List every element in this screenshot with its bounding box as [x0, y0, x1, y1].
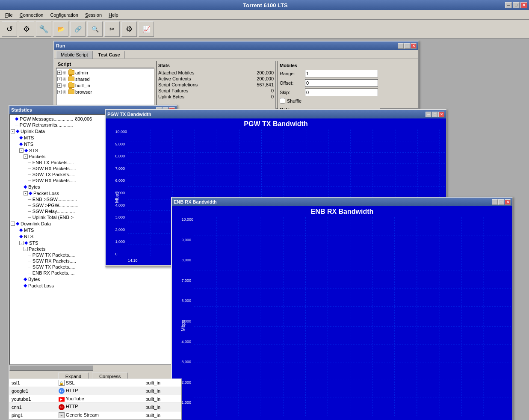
protocol-table: ssl1 🔒 SSL built_in google1 G HTTP built… — [9, 379, 181, 420]
toolbar: ↺ ⚙ 🔧 📂 🔗 🔍 ✂ ⚙ 📈 — [0, 20, 529, 38]
stat-completions: Script Completions 567,841 — [158, 82, 274, 88]
toolbar-btn-8[interactable]: 📈 — [139, 21, 154, 37]
script-admin[interactable]: + ◉ admin — [57, 69, 153, 76]
stat-failures-label: Script Failures — [158, 88, 188, 93]
enb-window-minimize[interactable]: ─ — [492, 199, 498, 205]
pgw-y-3000: 3,000 — [115, 215, 127, 219]
enb-window-close[interactable]: ✕ — [505, 199, 511, 205]
script-browser[interactable]: + ◉ browser — [57, 89, 153, 95]
tab-mobile-script[interactable]: Mobile Script — [56, 51, 93, 59]
toolbar-btn-6[interactable]: ✂ — [104, 21, 120, 37]
skip-field: Skip: — [280, 89, 378, 96]
tree-packets-label: Packets — [29, 154, 45, 159]
script-builtin[interactable]: + ◉ built_in — [57, 82, 153, 89]
toolbar-btn-4[interactable]: 🔗 — [70, 21, 86, 37]
folder-admin — [68, 70, 74, 75]
pgw-y-2000: 2,000 — [115, 228, 127, 232]
sts-expand[interactable]: - — [19, 148, 24, 153]
row-youtube1-type: built_in — [143, 395, 181, 403]
toolbar-btn-2[interactable]: 🔧 — [36, 21, 51, 37]
stats-hscroll[interactable] — [9, 365, 177, 371]
tree-downlink-mts-label: MTS — [24, 228, 34, 233]
expand-admin[interactable]: + — [57, 71, 62, 75]
row-ping1-name: ping1 — [9, 411, 56, 420]
stat-attached: Attached Mobiles 200,000 — [158, 70, 274, 76]
enb-y-4000: 4,000 — [181, 340, 193, 344]
pgw-window-close[interactable]: ✕ — [438, 112, 444, 117]
enb-chart-window-title: ENB RX Bandwidth — [174, 199, 217, 204]
menu-connection[interactable]: Connection — [16, 12, 47, 18]
script-admin-label: admin — [75, 70, 88, 75]
uplink-expand[interactable]: - — [11, 129, 15, 133]
script-list[interactable]: + ◉ admin + ◉ shared + ◉ — [56, 68, 154, 108]
toolbar-btn-5[interactable]: 🔍 — [87, 21, 103, 37]
menu-help[interactable]: Help — [105, 12, 122, 18]
tree-pgw-messages-text: PGW Messages............... — [20, 116, 73, 121]
run-window-minimize[interactable]: ─ — [398, 43, 404, 49]
toolbar-btn-3[interactable]: 📂 — [53, 21, 68, 37]
expand-builtin[interactable]: + — [57, 83, 62, 88]
stats-header: Stats — [158, 63, 274, 68]
run-window-maximize[interactable]: □ — [404, 43, 410, 49]
enb-window-maximize[interactable]: □ — [498, 199, 504, 205]
row-ssl1-name: ssl1 — [9, 379, 56, 387]
menu-configuration[interactable]: Configuration — [47, 12, 81, 18]
script-header: Script — [56, 61, 154, 68]
menu-session[interactable]: Session — [82, 12, 105, 18]
run-window-close[interactable]: ✕ — [411, 43, 417, 49]
pgw-y-9000: 9,000 — [115, 142, 127, 146]
enb-chart-area-wrapper: 14:10 14:12 14:14 14:16 14:18 14:20 14:2… — [194, 217, 512, 420]
tree-enb-rx-dn[interactable]: ─ ENB RX Packets..... — [11, 270, 175, 276]
tree-uplink-total-label: Uplink Total (ENB-> — [33, 215, 74, 220]
pgw-y-1000: 1,000 — [115, 240, 127, 244]
expand-browser[interactable]: + — [57, 90, 62, 94]
row-ssl1[interactable]: ssl1 🔒 SSL built_in — [9, 379, 181, 387]
toolbar-btn-7[interactable]: ⚙ — [121, 21, 137, 37]
enb-chart-window: ENB RX Bandwidth ─ □ ✕ ENB RX Bandwidth … — [171, 197, 513, 420]
script-builtin-label: built_in — [75, 83, 90, 88]
minimize-button[interactable]: ─ — [505, 2, 512, 8]
row-google1[interactable]: google1 G HTTP built_in — [9, 387, 181, 395]
row-cnn1[interactable]: cnn1 C HTTP built_in — [9, 403, 181, 411]
run-window-title: Run — [56, 43, 65, 48]
menu-bar: File Connection Configuration Session He… — [0, 10, 529, 20]
mobiles-header: Mobiles — [280, 63, 378, 68]
shuffle-label: Shuffle — [287, 98, 301, 104]
maximize-button[interactable]: □ — [513, 2, 520, 8]
tree-pgw-tx-dn-label: PGW TX Packets..... — [33, 252, 76, 257]
packets-expand[interactable]: - — [24, 154, 28, 159]
tree-uplink-nts-label: NTS — [24, 142, 33, 147]
sts-dn-expand[interactable]: - — [19, 241, 24, 245]
pgw-window-minimize[interactable]: ─ — [426, 112, 431, 117]
packets-dn-expand[interactable]: - — [24, 247, 28, 251]
enb-y-6000: 6,000 — [181, 299, 193, 303]
row-cnn1-type: built_in — [143, 403, 181, 411]
enb-y-10000: 10,000 — [181, 217, 193, 222]
enb-chart-svg — [194, 217, 512, 416]
toolbar-btn-1[interactable]: ⚙ — [19, 21, 34, 37]
row-ping1-type: built_in — [143, 411, 181, 420]
downlink-expand[interactable]: - — [11, 222, 15, 226]
pgw-chart-titlebar: PGW TX Bandwidth ─ □ ✕ — [106, 110, 446, 118]
tree-packet-loss-dn[interactable]: ◆ Packet Loss — [11, 282, 175, 289]
offset-input[interactable] — [305, 79, 378, 87]
range-input[interactable] — [305, 70, 378, 77]
stat-active: Active Contexts 200,000 — [158, 76, 274, 82]
row-ping1[interactable]: ping1 ~ Generic Stream built_in — [9, 411, 181, 420]
packet-loss-expand[interactable]: - — [24, 191, 28, 195]
tree-bytes-dn[interactable]: ◆ Bytes — [11, 276, 175, 282]
shuffle-checkbox[interactable] — [280, 98, 285, 104]
stat-completions-value: 567,841 — [257, 82, 274, 87]
tab-test-case[interactable]: Test Case — [94, 51, 125, 59]
row-youtube1[interactable]: youtube1 ▶ YouTube built_in — [9, 395, 181, 403]
pgw-window-maximize[interactable]: □ — [432, 112, 438, 117]
row-youtube1-icon: ▶ YouTube — [56, 395, 143, 403]
close-button[interactable]: ✕ — [520, 2, 527, 8]
expand-shared[interactable]: + — [57, 77, 62, 81]
tree-sgw-tx-up-label: SGW TX Packets..... — [33, 172, 76, 177]
tree-packets-dn-label: Packets — [29, 246, 45, 251]
skip-input[interactable] — [305, 89, 378, 96]
toolbar-btn-0[interactable]: ↺ — [2, 21, 17, 37]
script-shared[interactable]: + ◉ shared — [57, 76, 153, 82]
menu-file[interactable]: File — [2, 12, 16, 18]
